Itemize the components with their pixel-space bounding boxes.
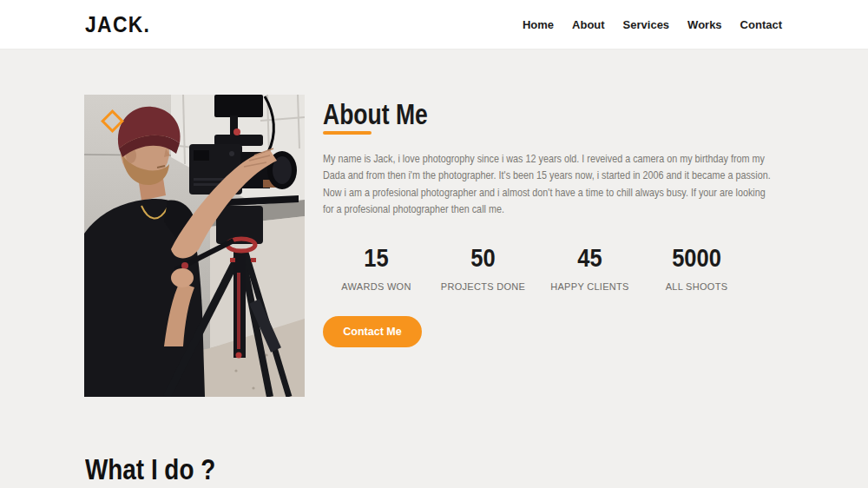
stat-label: PROJECTS DONE xyxy=(430,281,536,292)
contact-me-button[interactable]: Contact Me xyxy=(323,316,422,347)
stat-label: HAPPY CLIENTS xyxy=(536,281,643,292)
stats-row: 15 AWARDS WON 50 PROJECTS DONE 45 HAPPY … xyxy=(323,245,750,292)
stat-projects-done: 50 PROJECTS DONE xyxy=(430,245,536,292)
nav-item-about[interactable]: About xyxy=(572,18,605,31)
logo[interactable]: JACK. xyxy=(85,11,150,38)
stat-all-shoots: 5000 ALL SHOOTS xyxy=(643,245,750,292)
about-photo xyxy=(84,95,305,397)
stat-label: AWARDS WON xyxy=(323,281,430,292)
about-photo-illustration xyxy=(84,95,305,397)
nav-item-home[interactable]: Home xyxy=(523,18,554,31)
stat-value: 50 xyxy=(437,245,529,271)
what-i-do-title: What I do ? xyxy=(85,452,215,486)
nav-item-contact[interactable]: Contact xyxy=(740,18,782,31)
stat-label: ALL SHOOTS xyxy=(643,281,750,292)
stat-value: 15 xyxy=(331,245,422,271)
about-title: About Me xyxy=(323,97,428,131)
stat-happy-clients: 45 HAPPY CLIENTS xyxy=(536,245,643,292)
header: JACK. Home About Services Works Contact xyxy=(0,0,868,49)
about-paragraph: My name is Jack, i love photogrophy sinc… xyxy=(323,150,773,218)
stat-awards-won: 15 AWARDS WON xyxy=(323,245,430,292)
nav-item-services[interactable]: Services xyxy=(623,18,670,31)
about-title-underline xyxy=(323,131,372,135)
stat-value: 5000 xyxy=(651,245,742,271)
stat-value: 45 xyxy=(544,245,635,271)
main-nav: Home About Services Works Contact xyxy=(523,18,782,31)
nav-item-works[interactable]: Works xyxy=(687,18,722,31)
